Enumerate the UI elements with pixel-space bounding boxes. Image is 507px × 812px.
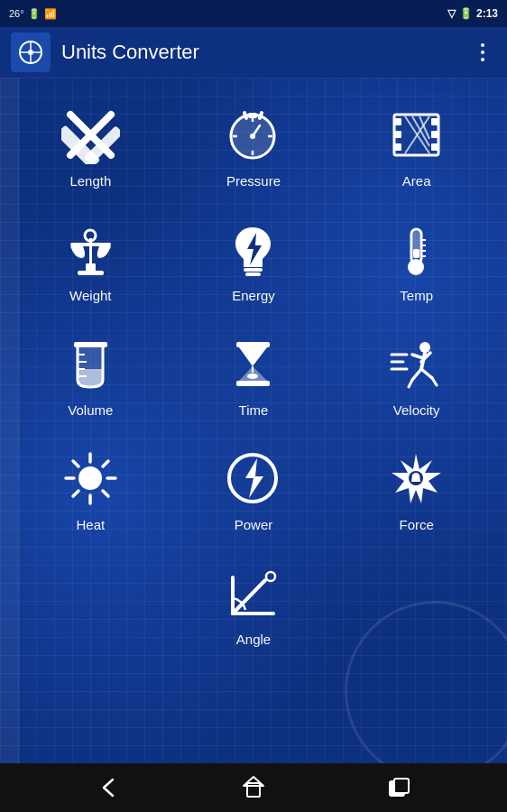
svg-rect-20 [394,118,401,125]
velocity-icon [385,332,448,395]
overflow-menu-button[interactable] [469,39,496,66]
length-icon [59,103,122,166]
status-right: ▽ 🔋 2:13 [447,7,498,20]
svg-rect-39 [413,249,419,258]
svg-rect-22 [394,143,401,151]
area-icon [385,103,448,166]
pressure-icon [222,103,285,166]
grid-item-heat[interactable]: Heat [9,430,172,545]
svg-line-64 [409,380,412,387]
temp-label: Temp [400,288,433,303]
temp-icon [385,217,448,281]
heat-label: Heat [76,517,105,532]
app-bar: Units Converter [0,27,507,78]
grid-item-angle[interactable]: Angle [172,545,336,660]
area-label: Area [402,173,431,189]
grid-item-temp[interactable]: Temp [335,201,498,316]
force-label: Force [399,517,433,532]
time-icon [222,332,285,395]
app-bar-left: Units Converter [11,32,199,72]
volume-icon [59,332,122,395]
app-logo [11,32,51,72]
svg-point-81 [266,572,275,581]
svg-line-71 [73,461,78,466]
svg-line-60 [412,355,423,358]
svg-rect-51 [236,342,270,347]
svg-rect-85 [394,779,409,793]
weight-icon [59,217,122,281]
angle-icon [222,561,285,624]
svg-line-63 [421,369,432,378]
recent-apps-button[interactable] [385,774,412,801]
svg-rect-52 [236,381,270,386]
svg-rect-24 [431,131,438,138]
back-button[interactable] [95,774,122,801]
svg-rect-31 [78,271,104,275]
time-label: Time [239,402,269,418]
svg-line-65 [432,378,437,385]
grid-item-energy[interactable]: Energy [172,201,336,316]
angle-label: Angle [236,632,271,647]
svg-rect-35 [244,268,263,272]
svg-point-66 [78,466,102,490]
velocity-label: Velocity [393,402,440,418]
nav-bar [0,763,507,812]
force-icon [385,447,448,510]
svg-rect-32 [89,238,92,265]
grid-item-power[interactable]: Power [172,430,336,545]
length-label: Length [69,173,111,189]
volume-label: Volume [68,402,113,418]
battery-full-icon: 🔋 [459,7,473,20]
energy-icon [222,217,285,281]
grid-item-area[interactable]: Area [335,87,498,201]
svg-point-18 [250,134,255,139]
svg-line-72 [103,491,108,496]
svg-point-54 [247,374,258,379]
svg-rect-21 [394,131,401,138]
heat-icon [59,447,122,510]
svg-line-74 [73,491,78,496]
svg-line-80 [233,580,265,614]
svg-rect-36 [245,272,261,276]
pressure-label: Pressure [226,173,281,189]
svg-rect-50 [74,342,107,347]
main-content: Length [0,78,507,763]
svg-rect-25 [431,143,438,151]
power-label: Power [235,517,273,532]
wifi-icon: ▽ [447,7,456,20]
grid-item-force[interactable]: Force [335,430,498,545]
grid-item-length[interactable]: Length [9,87,172,201]
status-bar: 26° 🔋 📶 ▽ 🔋 2:13 [0,0,507,27]
grid-item-weight[interactable]: Weight [9,201,172,316]
battery-icon: 🔋 [28,8,41,20]
app-title: Units Converter [61,41,199,64]
home-button[interactable] [240,774,267,801]
time-display: 2:13 [476,7,498,20]
grid-item-time[interactable]: Time [172,316,336,430]
svg-point-41 [410,262,421,272]
weight-label: Weight [69,288,111,303]
svg-line-73 [103,461,108,466]
signal-icons: 📶 [44,8,57,20]
svg-rect-23 [431,118,438,125]
grid-item-volume[interactable]: Volume [9,316,172,430]
converter-grid: Length [0,87,507,660]
temperature: 26° [9,8,24,19]
energy-label: Energy [232,288,275,303]
grid-item-velocity[interactable]: Velocity [335,316,498,430]
power-icon [222,447,285,510]
status-left: 26° 🔋 📶 [9,8,57,20]
grid-item-pressure[interactable]: Pressure [172,87,336,201]
svg-point-3 [28,50,33,55]
svg-line-62 [412,369,421,380]
svg-rect-34 [70,243,111,246]
